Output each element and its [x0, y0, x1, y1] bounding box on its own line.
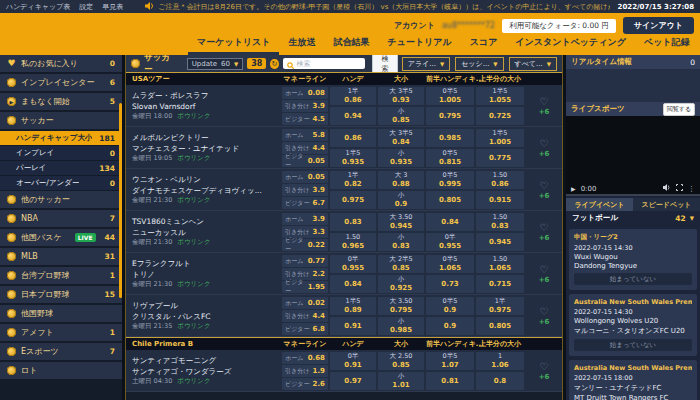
moneyline-cell[interactable]: 引き分け3.9 — [282, 184, 328, 196]
odds-cell[interactable]: 0.975 — [330, 191, 376, 209]
favorite-icon[interactable]: ♡ — [540, 223, 549, 233]
sidebar-scrollbar[interactable] — [119, 103, 122, 298]
tab-live-events[interactable]: ライブイベント — [566, 198, 633, 211]
favorite-icon[interactable]: ♡ — [540, 265, 549, 275]
refresh-button[interactable]: ↻ — [270, 59, 278, 69]
volume-icon[interactable] — [663, 184, 671, 193]
sidebar-item-インプレイ[interactable]: インプレイ0 — [0, 146, 122, 160]
odds-cell[interactable]: 0.915 — [476, 191, 524, 209]
favorite-icon[interactable]: ♡ — [540, 362, 549, 372]
filter-dropdown-2[interactable]: すべて...▼ — [509, 57, 557, 71]
odds-cell[interactable]: 0.805 — [476, 317, 524, 335]
search-input[interactable]: 検索 — [283, 58, 366, 69]
moneyline-cell[interactable]: ホーム0.68 — [282, 352, 328, 364]
more-markets[interactable]: +6 — [539, 108, 550, 116]
match-link[interactable]: ボウリンク — [177, 280, 210, 289]
favorite-icon[interactable]: ♡ — [540, 181, 549, 191]
odds-cell[interactable]: 大 2.500.85 — [378, 352, 424, 370]
odds-cell[interactable]: 1半50.935 — [330, 149, 376, 167]
odds-cell[interactable]: 0.9 — [426, 317, 474, 335]
odds-cell[interactable]: 0.91 — [330, 317, 376, 335]
odds-cell[interactable]: 大 30.88 — [378, 171, 424, 189]
video-progress-bar[interactable] — [566, 194, 700, 196]
odds-cell[interactable]: 小0.9 — [378, 191, 424, 209]
tab-speed-bet[interactable]: スピードベット — [633, 198, 700, 211]
sidebar-item-インプレイセンター[interactable]: インプレイセンター6 — [0, 74, 122, 91]
topbar-link[interactable]: ハンディキャップ表 — [6, 2, 70, 12]
moneyline-cell[interactable]: ビジター1.95 — [282, 281, 328, 293]
more-markets[interactable]: +6 — [539, 234, 550, 242]
odds-cell[interactable]: 大 3半50.84 — [378, 129, 424, 147]
favorite-icon[interactable]: ♡ — [540, 139, 549, 149]
event-card[interactable]: Australia New South Wales Premier League… — [569, 294, 697, 356]
odds-cell[interactable]: 0.81 — [426, 372, 474, 390]
odds-cell[interactable]: 0半50.995 — [426, 171, 474, 189]
odds-cell[interactable]: 大 2半50.85 — [378, 255, 424, 273]
moneyline-cell[interactable]: ビジター0.22 — [282, 239, 328, 251]
moneyline-cell[interactable]: 引き分け3.9 — [282, 100, 328, 112]
odds-cell[interactable]: 1.500.83 — [476, 213, 524, 231]
event-status-button[interactable]: 始まっていない — [574, 339, 692, 351]
sport-filter-row[interactable]: フットボール 42 ▼ — [566, 211, 700, 225]
nav-item-2[interactable]: 試合結果 — [324, 32, 378, 55]
odds-cell[interactable]: 大 3.500.945 — [378, 213, 424, 231]
match-link[interactable]: ボウリンク — [177, 322, 210, 331]
sidebar-item-ハンディキャップ大小[interactable]: ハンディキャップ大小181 — [0, 131, 122, 145]
odds-cell[interactable]: 0.73 — [426, 275, 474, 293]
odds-cell[interactable]: 0.86 — [330, 129, 376, 147]
odds-cell[interactable]: 0.795 — [426, 107, 474, 125]
filter-dropdown-0[interactable]: アライ...▼ — [402, 57, 450, 71]
odds-cell[interactable]: 大 3半50.93 — [378, 87, 424, 105]
odds-cell[interactable]: 0.84 — [426, 213, 474, 231]
nav-item-3[interactable]: チュートリアル — [378, 32, 460, 55]
match-link[interactable]: ボウリンク — [177, 196, 210, 205]
sidebar-item-台湾プロ野球[interactable]: 台湾プロ野球1 — [0, 267, 122, 284]
match-link[interactable]: ボウリンク — [177, 377, 210, 386]
odds-cell[interactable]: 0.83 — [330, 213, 376, 231]
nav-item-1[interactable]: 生放送 — [279, 32, 324, 55]
play-icon[interactable]: ▶ — [571, 185, 576, 192]
more-markets[interactable]: +6 — [539, 276, 550, 284]
match-link[interactable]: ボウリンク — [177, 154, 210, 163]
more-markets[interactable]: +6 — [539, 318, 550, 326]
odds-cell[interactable]: 0.725 — [476, 107, 524, 125]
more-markets[interactable]: +6 — [539, 150, 550, 158]
odds-cell[interactable]: 0半0.955 — [426, 233, 474, 251]
more-markets[interactable]: +6 — [539, 373, 550, 381]
odds-cell[interactable]: 大 3.500.795 — [378, 297, 424, 315]
nav-item-6[interactable]: ベット記録 — [635, 32, 699, 55]
odds-cell[interactable]: 1半50.89 — [330, 297, 376, 315]
topbar-link[interactable]: 設定 — [79, 2, 93, 12]
sidebar-item-日本プロ野球[interactable]: 日本プロ野球15 — [0, 286, 122, 303]
nav-item-5[interactable]: インスタントベッティング — [506, 32, 635, 55]
sidebar-item-他のサッカー[interactable]: 他のサッカー — [0, 191, 122, 208]
update-interval-dropdown[interactable]: Update 60 ▼ — [187, 58, 244, 70]
odds-cell[interactable]: 0半50.815 — [426, 149, 474, 167]
event-card[interactable]: Australia New South Wales Premier League… — [569, 360, 697, 400]
moneyline-cell[interactable]: ホーム0.77 — [282, 255, 328, 267]
filter-dropdown-1[interactable]: セッシ...▼ — [455, 57, 503, 71]
odds-cell[interactable]: 0半50.9 — [426, 297, 474, 315]
topbar-link[interactable]: 早見表 — [102, 2, 123, 12]
odds-cell[interactable]: 1半51.055 — [476, 87, 524, 105]
odds-cell[interactable]: 0.985 — [426, 129, 474, 147]
moneyline-cell[interactable]: ホーム3.9 — [282, 213, 328, 225]
moneyline-cell[interactable]: ビジター6.8 — [282, 323, 328, 335]
odds-cell[interactable]: 0半0.91 — [330, 352, 376, 370]
odds-cell[interactable]: 0.97 — [330, 372, 376, 390]
odds-cell[interactable]: 小0.985 — [378, 317, 424, 335]
sidebar-item-MLB[interactable]: MLB31 — [0, 248, 122, 265]
odds-cell[interactable]: 小0.83 — [378, 233, 424, 251]
sidebar-item-他国バスケ[interactable]: 他国バスケLIVE44 — [0, 229, 122, 246]
moneyline-cell[interactable]: ホーム0.02 — [282, 297, 328, 309]
event-card[interactable]: 中国・リーグ22022-07-15 14:30Wuxi WugouDandong… — [569, 229, 697, 290]
moneyline-cell[interactable]: 引き分け1.9 — [282, 365, 328, 377]
odds-cell[interactable]: 1半0.86 — [330, 87, 376, 105]
odds-cell[interactable]: 0.84 — [330, 275, 376, 293]
sidebar-item-ロト[interactable]: ロト — [0, 362, 122, 379]
sidebar-item-他国野球[interactable]: 他国野球 — [0, 305, 122, 322]
sidebar-item-オーバー/アンダー[interactable]: オーバー/アンダー0 — [0, 176, 122, 190]
view-button[interactable]: 閲覧する — [663, 103, 695, 116]
moneyline-cell[interactable]: ホーム0.08 — [282, 87, 328, 99]
odds-cell[interactable]: 1半0.975 — [476, 297, 524, 315]
